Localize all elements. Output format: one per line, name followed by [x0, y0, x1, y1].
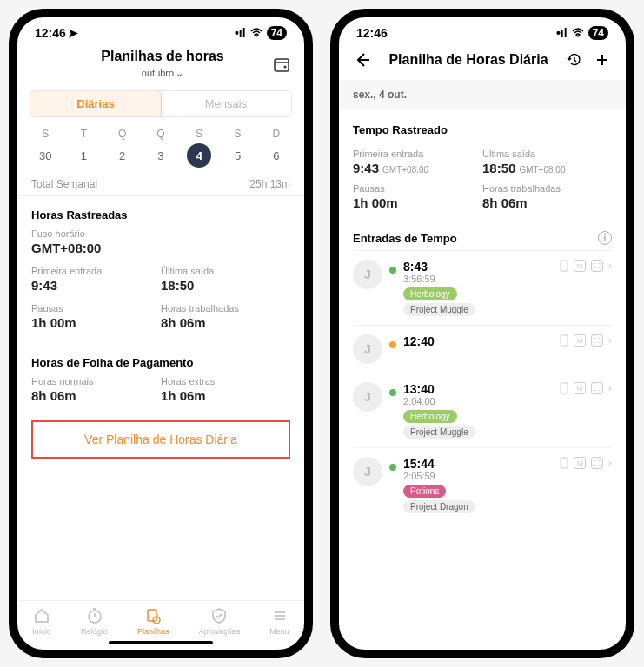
last-out-label: Última saída — [161, 266, 290, 276]
expand-icon: ⛶ — [591, 457, 603, 469]
week-total-label: Total Semanal — [31, 178, 97, 190]
entry-tag: Potions — [403, 485, 446, 498]
entry-icons: M⛶› — [560, 457, 612, 469]
day-cell[interactable]: S5 — [222, 128, 254, 168]
day-letter: S — [235, 128, 242, 140]
add-button[interactable] — [591, 49, 614, 71]
tab-monthly[interactable]: Mensais — [161, 91, 291, 116]
wifi-icon — [249, 28, 263, 38]
home-icon — [32, 606, 51, 625]
time-entry[interactable]: J13:402:04:00HerbologyProject MuggleM⛶› — [353, 373, 612, 447]
expand-icon: ⛶ — [591, 260, 603, 272]
day-cell[interactable]: Q3 — [145, 128, 176, 168]
stopwatch-icon — [85, 606, 104, 625]
day-letter: S — [42, 128, 49, 140]
home-indicator[interactable] — [109, 641, 213, 644]
breaks-label: Pausas — [353, 183, 482, 194]
avatar: J — [353, 457, 382, 486]
header: Planilha de Horas Diária — [339, 43, 626, 80]
device-icon — [560, 260, 568, 272]
expand-icon: ⛶ — [591, 334, 603, 347]
m-badge: M — [574, 457, 586, 469]
date-band: sex., 4 out. — [339, 80, 626, 109]
day-letter: D — [272, 128, 280, 140]
page-title: Planilhas de horas — [52, 49, 273, 64]
day-cell[interactable]: D6 — [261, 128, 292, 168]
entry-icons: M⛶› — [560, 334, 612, 347]
svg-rect-15 — [561, 261, 568, 271]
calendar-icon[interactable] — [273, 56, 290, 73]
month-picker[interactable]: outubro⌄ — [142, 68, 183, 79]
time-entry[interactable]: J12:40M⛶› — [353, 325, 612, 373]
day-cell[interactable]: T1 — [68, 128, 99, 168]
nav-approvals[interactable]: Aprovações — [199, 606, 241, 636]
expand-icon: ⛶ — [591, 382, 603, 394]
tz-value: GMT+08:00 — [31, 241, 290, 255]
first-in-value: 9:43 — [31, 278, 161, 293]
bottom-nav: Início Relógio Planilhas Aprovações Menu — [17, 600, 304, 637]
menu-icon — [270, 606, 289, 625]
last-out-value: 18:50 — [482, 161, 515, 175]
day-cell[interactable]: S4 — [183, 128, 215, 168]
phone-left: 12:46 ➤ •ıl 74 Planilhas de horas outubr… — [9, 9, 313, 658]
day-number: 6 — [264, 143, 289, 168]
week-total-row: Total Semanal 25h 13m — [17, 173, 304, 195]
day-number: 5 — [226, 143, 250, 168]
svg-rect-16 — [561, 335, 568, 346]
entries-list: J8:433:56:59HerbologyProject MuggleM⛶›J1… — [353, 250, 612, 522]
chevron-right-icon: › — [608, 334, 612, 347]
day-letter: Q — [118, 128, 126, 140]
entry-duration: 2:05:59 — [403, 471, 553, 481]
day-letter: T — [81, 128, 87, 140]
last-out-label: Última saída — [482, 149, 612, 159]
tz: GMT+08:00 — [519, 165, 565, 175]
tab-daily[interactable]: Diárias — [30, 90, 162, 117]
page-title: Planilha de Horas Diária — [379, 52, 558, 68]
info-icon[interactable]: i — [598, 231, 612, 245]
entry-duration: 3:56:59 — [403, 274, 553, 284]
svg-point-2 — [284, 66, 287, 69]
chevron-right-icon: › — [608, 260, 612, 272]
time-entry[interactable]: J15:442:05:59PotionsProject DragonM⛶› — [353, 447, 612, 522]
entry-project: Project Dragon — [403, 500, 475, 513]
day-cell[interactable]: S30 — [30, 128, 61, 168]
ot-value: 1h 06m — [161, 388, 290, 403]
location-icon: ➤ — [68, 26, 78, 40]
wifi-icon — [571, 28, 585, 38]
worked-value: 8h 06m — [161, 315, 290, 330]
entries-title: Entradas de Tempo — [353, 232, 457, 245]
first-in-label: Primeira entrada — [31, 266, 161, 276]
history-button[interactable] — [563, 49, 586, 71]
time-entry[interactable]: J8:433:56:59HerbologyProject MuggleM⛶› — [353, 250, 612, 325]
segmented-control: Diárias Mensais — [30, 90, 292, 117]
nav-clock[interactable]: Relógio — [81, 606, 108, 636]
view-daily-timesheet-button[interactable]: Ver Planilha de Horas Diária — [31, 420, 290, 459]
day-number: 2 — [110, 143, 135, 168]
entry-time: 13:40 — [403, 382, 553, 396]
reg-label: Horas normais — [31, 376, 161, 386]
nav-home[interactable]: Início — [32, 606, 51, 636]
avatar: J — [353, 334, 382, 364]
entry-project: Project Muggle — [403, 426, 475, 439]
nav-menu[interactable]: Menu — [269, 606, 289, 636]
entry-time: 15:44 — [403, 457, 553, 471]
day-number: 3 — [149, 143, 173, 168]
svg-line-12 — [574, 60, 576, 62]
sheets-icon — [143, 606, 163, 625]
entry-time: 8:43 — [403, 260, 553, 274]
nav-sheets[interactable]: Planilhas — [137, 606, 169, 636]
device-icon — [560, 334, 568, 347]
entry-tag: Herbology — [403, 410, 457, 423]
back-button[interactable] — [351, 49, 374, 71]
day-letter: Q — [156, 128, 164, 140]
tracked-title: Horas Rastreadas — [17, 201, 304, 225]
svg-rect-18 — [561, 458, 568, 468]
tracked-title: Tempo Rastreado — [353, 116, 612, 140]
m-badge: M — [574, 260, 586, 272]
week-total-value: 25h 13m — [249, 178, 290, 190]
phone-right: 12:46 •ıl 74 Planilha de Horas Diária se… — [330, 9, 634, 658]
shield-check-icon — [209, 606, 229, 625]
last-out-value: 18:50 — [161, 278, 290, 293]
m-badge: M — [574, 334, 586, 347]
day-cell[interactable]: Q2 — [107, 128, 138, 168]
